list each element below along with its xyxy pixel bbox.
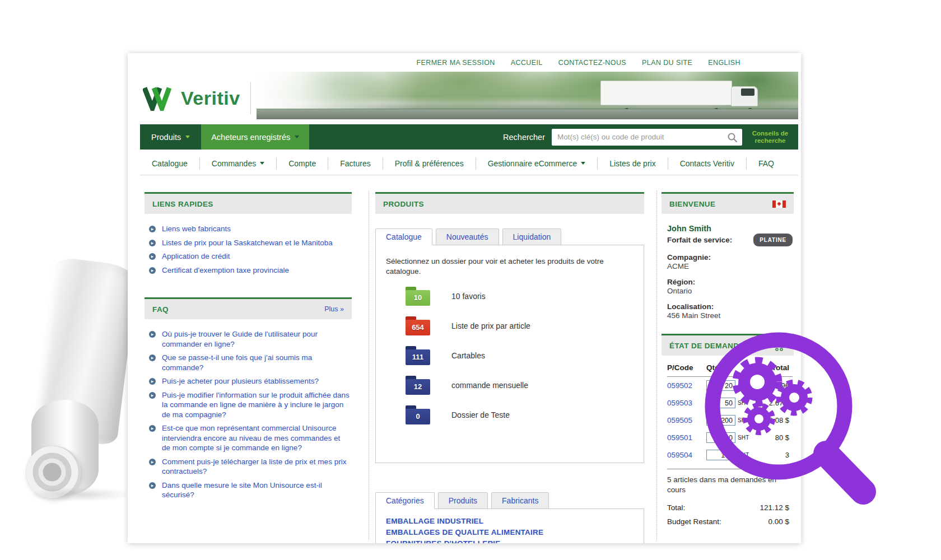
folder-row-liste-de-prix[interactable]: 654 Liste de prix par article xyxy=(386,315,633,336)
tab-fabricants[interactable]: Fabricants xyxy=(491,492,549,509)
demand-table: P/Code Qté Total 059502 SHT 3.96 059503 … xyxy=(662,356,794,526)
tab-profil-preferences[interactable]: Profil & préférences xyxy=(383,157,476,170)
faq-link[interactable]: Que se passe-t-il une fois que j'ai soum… xyxy=(162,353,312,372)
tab-catalogue-products[interactable]: Catalogue xyxy=(375,228,432,245)
contact-link[interactable]: CONTACTEZ-NOUS xyxy=(558,59,626,67)
folder-label[interactable]: Liste de prix par article xyxy=(451,321,530,330)
category-link[interactable]: EMBALLAGE INDUSTRIEL xyxy=(386,517,633,525)
tab-catalogue[interactable]: Catalogue xyxy=(140,157,199,170)
row-price: 2.08 $ xyxy=(749,416,793,424)
demand-table-header: P/Code Qté Total xyxy=(667,363,793,377)
tab-nouveautes[interactable]: Nouveautés xyxy=(436,228,499,245)
sitemap-link[interactable]: PLAN DU SITE xyxy=(642,59,692,67)
folder-row-commande-mensuelle[interactable]: 12 commande mensuelle xyxy=(386,375,633,395)
faq-link[interactable]: Puis-je acheter pour plusieurs établisse… xyxy=(162,377,319,385)
quantity-input[interactable] xyxy=(706,398,735,408)
service-plan-label: Forfait de service: xyxy=(667,235,732,245)
faq-link[interactable]: Est-ce que mon représentant commercial U… xyxy=(162,424,340,452)
list-item: ▶Application de crédit xyxy=(149,251,350,262)
list-item: ▶Comment puis-je télécharger la liste de… xyxy=(149,457,350,477)
rolled-paper-graphic xyxy=(26,261,138,502)
folder-label[interactable]: Cartables xyxy=(451,351,485,360)
tab-commandes[interactable]: Commandes xyxy=(199,157,276,170)
arrow-bullet-icon: ▶ xyxy=(149,331,156,338)
category-link[interactable]: EMBALLAGES DE QUALITE ALIMENTAIRE xyxy=(386,528,633,536)
folder-row-favoris[interactable]: 10 10 favoris xyxy=(386,286,633,306)
welcome-body: John Smith Forfait de service: PLATINE C… xyxy=(662,214,794,320)
site-window: FERMER MA SESSION ACCUEIL CONTACTEZ-NOUS… xyxy=(128,53,801,543)
product-code-link[interactable]: 059502 xyxy=(667,381,706,390)
folder-label[interactable]: Dossier de Teste xyxy=(451,410,510,419)
chevron-down-icon xyxy=(185,136,190,138)
quantity-input[interactable] xyxy=(706,415,735,426)
product-code-link[interactable]: 059504 xyxy=(667,451,706,459)
nav-acheteurs-label: Acheteurs enregistrés xyxy=(211,133,290,142)
folder-row-cartables[interactable]: 111 Cartables xyxy=(386,345,633,366)
unit-label: SHT xyxy=(738,417,749,423)
search-tips-link[interactable]: Conseils de recherche xyxy=(742,130,798,144)
faq-link[interactable]: Comment puis-je télécharger la liste de … xyxy=(162,458,346,476)
folder-row-dossier-de-teste[interactable]: 0 Dossier de Teste xyxy=(386,404,633,425)
quick-link[interactable]: Certificat d'exemption taxe provinciale xyxy=(162,266,289,274)
quick-link[interactable]: Application de crédit xyxy=(162,252,230,260)
total-value: 121.12 $ xyxy=(760,503,793,512)
search-wrap xyxy=(552,129,742,146)
quantity-input[interactable] xyxy=(706,432,735,443)
tab-liquidation[interactable]: Liquidation xyxy=(502,228,562,245)
budget-value: 0.00 $ xyxy=(768,517,793,526)
list-item: ▶Où puis-je trouver le Guide de l'utilis… xyxy=(149,329,350,349)
table-row: 059502 SHT 3.96 xyxy=(667,377,793,394)
search-icon[interactable] xyxy=(727,132,738,143)
secondary-nav: Catalogue Commandes Compte Factures Prof… xyxy=(140,152,798,175)
faq-title: FAQ xyxy=(152,305,169,314)
chevron-down-icon xyxy=(260,162,264,165)
product-code-link[interactable]: 059501 xyxy=(667,433,706,442)
chevron-down-icon xyxy=(581,162,585,165)
product-code-link[interactable]: 059503 xyxy=(667,399,706,407)
arrow-bullet-icon: ▶ xyxy=(149,226,156,232)
folder-label[interactable]: 10 favoris xyxy=(451,292,486,301)
home-link[interactable]: ACCUEIL xyxy=(511,59,543,67)
folder-icon: 111 xyxy=(406,346,430,365)
quantity-input[interactable] xyxy=(706,380,735,391)
banner-image xyxy=(257,72,798,119)
quantity-input[interactable] xyxy=(706,450,735,460)
tab-compte[interactable]: Compte xyxy=(276,157,328,170)
folder-icon: 654 xyxy=(406,316,430,335)
products-header: PRODUITS xyxy=(375,192,644,214)
unit-label: SHT xyxy=(738,452,749,458)
cart-icon[interactable] xyxy=(771,339,786,352)
search-input[interactable] xyxy=(552,129,742,146)
quick-link[interactable]: Listes de prix pour la Saskatchewan et l… xyxy=(162,239,333,247)
tab-gestionnaire-ecommerce[interactable]: Gestionnaire eCommerce xyxy=(476,157,598,170)
tab-categories[interactable]: Catégories xyxy=(375,492,435,509)
faq-link[interactable]: Dans quelle mesure le site Mon Unisource… xyxy=(162,481,322,500)
product-code-link[interactable]: 059505 xyxy=(667,416,706,424)
tab-listes-de-prix[interactable]: Listes de prix xyxy=(597,157,667,170)
faq-list: ▶Où puis-je trouver le Guide de l'utilis… xyxy=(145,319,352,500)
nav-acheteurs-enregistres[interactable]: Acheteurs enregistrés xyxy=(201,124,309,150)
folder-label[interactable]: commande mensuelle xyxy=(451,381,528,390)
budget-row: Budget Restant: 0.00 $ xyxy=(667,517,793,526)
tab-contacts-veritiv[interactable]: Contacts Veritiv xyxy=(668,157,746,170)
faq-more-link[interactable]: Plus » xyxy=(324,305,344,313)
tab-faq[interactable]: FAQ xyxy=(746,157,786,170)
products-title: PRODUITS xyxy=(383,200,424,208)
nav-produits[interactable]: Produits xyxy=(140,124,201,150)
tab-factures[interactable]: Factures xyxy=(328,157,382,170)
quick-link[interactable]: Liens web fabricants xyxy=(162,225,231,233)
paper-shadow xyxy=(28,487,132,502)
category-link[interactable]: FOURNITURES D'HOTELLERIE xyxy=(386,539,633,543)
list-item: ▶Puis-je modifier l'information sur le p… xyxy=(149,390,350,420)
logo-divider xyxy=(250,82,251,114)
row-price: 2.67 $ xyxy=(749,399,793,407)
faq-link[interactable]: Puis-je modifier l'information sur le pr… xyxy=(162,391,350,419)
faq-link[interactable]: Où puis-je trouver le Guide de l'utilisa… xyxy=(162,330,318,348)
row-price: 80 $ xyxy=(749,433,793,442)
tab-produits-browse[interactable]: Produits xyxy=(438,492,488,509)
table-row: 059501 SHT 80 $ xyxy=(667,429,793,446)
arrow-bullet-icon: ▶ xyxy=(149,459,156,465)
left-sidebar: LIENS RAPIDES ▶Liens web fabricants ▶Lis… xyxy=(145,192,352,504)
language-link[interactable]: ENGLISH xyxy=(708,59,740,67)
logout-link[interactable]: FERMER MA SESSION xyxy=(417,59,495,67)
